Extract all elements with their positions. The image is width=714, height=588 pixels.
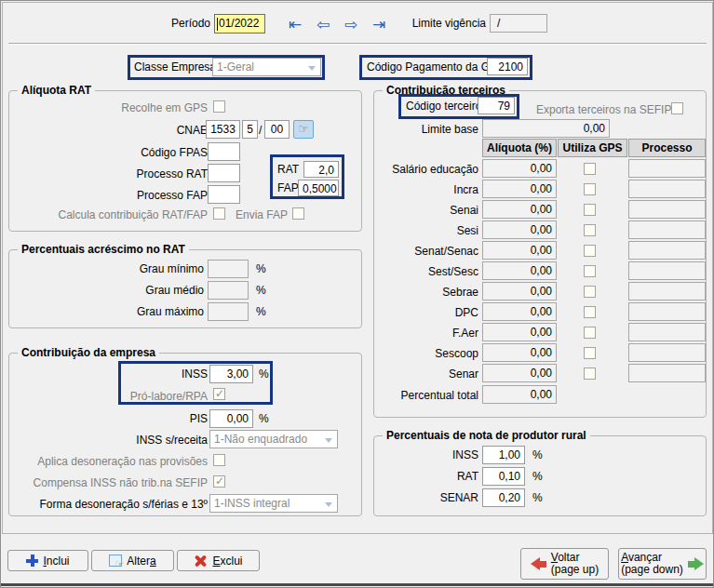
grau-medio-input[interactable] [208, 281, 249, 300]
exclui-button[interactable]: Exclui [177, 550, 260, 571]
utiliza-gps-checkbox[interactable] [584, 224, 596, 236]
processo-input[interactable] [628, 261, 706, 280]
rural-senar-percent: % [532, 491, 543, 505]
processo-input[interactable] [628, 159, 706, 178]
aliquota-input[interactable]: 0,00 [482, 302, 557, 321]
processo-input[interactable] [628, 241, 706, 260]
row-label: Senar [373, 368, 478, 381]
company-tax-config-window: Período 01/2022 ⇤ ⇦ ⇨ ⇥ Limite vigência … [0, 0, 714, 588]
produtor-rural-title: Percentuais de nota de produtor rural [383, 429, 590, 442]
envia-fap-label: Envia FAP [232, 208, 288, 222]
utiliza-gps-checkbox[interactable] [584, 286, 596, 298]
compensa-inss-checkbox[interactable] [213, 475, 225, 488]
rural-inss-input[interactable]: 1,00 [482, 446, 525, 464]
utiliza-gps-checkbox[interactable] [584, 306, 596, 318]
processo-input[interactable] [628, 343, 706, 362]
limite-base-input[interactable]: 0,00 [482, 119, 610, 138]
exclui-button-label: Exclui [212, 555, 242, 568]
cnae-separator: / [259, 124, 262, 138]
cnae-digito-input[interactable]: 5 [242, 120, 258, 139]
periodo-input[interactable]: 01/2022 [214, 14, 265, 33]
aliquota-input[interactable]: 0,00 [482, 220, 557, 239]
percentual-total-label: Percentual total [373, 389, 478, 403]
grau-maximo-input[interactable] [208, 302, 249, 321]
percentual-total-input[interactable]: 0,00 [482, 385, 557, 404]
codigo-fpas-label: Código FPAS [10, 146, 208, 160]
row-label: Senai [373, 204, 478, 218]
forma-desoneracao-select[interactable]: 1-INSS integral [209, 494, 338, 513]
aliquota-input[interactable]: 0,00 [482, 159, 557, 178]
processo-input[interactable] [628, 200, 706, 219]
rat-fap-highlight-box: RAT 2,0 FAP 0,5000 [270, 154, 344, 199]
row-label: Sest/Sesc [373, 265, 478, 279]
aplica-desoneracao-checkbox[interactable] [213, 454, 225, 466]
codigo-terceiros-label: Código terceiros [406, 100, 487, 114]
codigo-fpas-input[interactable] [208, 142, 240, 161]
voltar-button[interactable]: Voltar (page up) [520, 548, 609, 580]
cnae-codigo-input[interactable]: 1533 [206, 120, 240, 139]
utiliza-gps-checkbox[interactable] [584, 245, 596, 257]
pis-percent: % [259, 412, 269, 426]
utiliza-gps-checkbox[interactable] [584, 204, 596, 216]
utiliza-gps-checkbox[interactable] [584, 265, 596, 277]
cnae-lookup-button[interactable]: ☞ [293, 120, 314, 139]
limite-vigencia-input[interactable]: / [490, 14, 547, 33]
aliquota-input[interactable]: 0,00 [482, 180, 557, 198]
processo-input[interactable] [628, 220, 706, 239]
rat-input[interactable]: 2,0 [303, 161, 339, 178]
topbar-separator [8, 43, 707, 45]
utiliza-gps-checkbox[interactable] [584, 368, 596, 380]
rural-rat-input[interactable]: 0,10 [482, 467, 525, 486]
utiliza-gps-checkbox[interactable] [584, 327, 596, 339]
aliquota-rat-title: Alíquota RAT [18, 84, 95, 97]
inss-empresa-input[interactable]: 3,00 [209, 365, 253, 383]
exporta-sefip-checkbox[interactable] [671, 102, 683, 114]
processo-fap-input[interactable] [208, 185, 240, 204]
utiliza-gps-checkbox[interactable] [584, 163, 596, 175]
processo-input[interactable] [628, 323, 706, 341]
calcula-rat-fap-checkbox[interactable] [213, 207, 225, 220]
processo-rat-input[interactable] [208, 164, 240, 182]
inclui-button-label: Inclui [43, 555, 69, 568]
previous-record-button[interactable]: ⇦ [312, 15, 334, 33]
aliquota-input[interactable]: 0,00 [482, 364, 557, 382]
grau-minimo-percent: % [256, 262, 266, 276]
aliquota-input[interactable]: 0,00 [482, 323, 557, 341]
pro-labore-label: Pró-labore/RPA [10, 390, 208, 404]
altera-button[interactable]: ☞ Altera [91, 550, 174, 571]
recolhe-gps-checkbox[interactable] [213, 100, 225, 113]
processo-input[interactable] [628, 282, 706, 301]
rural-senar-input[interactable]: 0,20 [482, 488, 525, 507]
first-record-button[interactable]: ⇤ [284, 15, 306, 33]
utiliza-gps-checkbox[interactable] [584, 347, 596, 359]
inclui-button[interactable]: Inclui [7, 550, 88, 571]
row-label: Sesi [373, 224, 478, 238]
processo-input[interactable] [628, 180, 706, 198]
processo-input[interactable] [628, 302, 706, 321]
classe-empresa-select[interactable]: 1-Geral [212, 58, 321, 76]
next-record-button[interactable]: ⇨ [340, 15, 362, 33]
last-record-button[interactable]: ⇥ [368, 15, 390, 33]
codigo-terceiros-input[interactable]: 79 [478, 97, 515, 114]
plus-icon [26, 555, 38, 567]
codigo-pagamento-gps-input[interactable]: 2100 [487, 58, 528, 75]
aliquota-input[interactable]: 0,00 [482, 261, 557, 280]
processo-input[interactable] [628, 364, 706, 382]
avancar-button[interactable]: Avançar (page down) [618, 548, 707, 580]
aliquota-input[interactable]: 0,00 [482, 282, 557, 301]
grau-minimo-input[interactable] [208, 260, 249, 278]
fap-input[interactable]: 0,5000 [298, 180, 339, 196]
aliquota-input[interactable]: 0,00 [482, 200, 557, 219]
exporta-sefip-label: Exporta terceiros na SEFIP [536, 103, 667, 117]
cnae-sufixo-input[interactable]: 00 [264, 120, 290, 139]
codigo-terceiros-highlight-box: Código terceiros 79 [398, 94, 519, 119]
inss-s-receita-select[interactable]: 1-Não enquadrado [209, 430, 338, 448]
pis-input[interactable]: 0,00 [209, 409, 253, 428]
utiliza-gps-checkbox[interactable] [584, 183, 596, 195]
percentuais-rat-title: Percentuais acréscimo no RAT [18, 243, 189, 256]
envia-fap-checkbox[interactable] [292, 207, 304, 220]
pro-labore-checkbox[interactable] [213, 388, 225, 400]
aliquota-input[interactable]: 0,00 [482, 241, 557, 260]
row-label: Salário educação [373, 163, 478, 177]
aliquota-input[interactable]: 0,00 [482, 343, 557, 362]
